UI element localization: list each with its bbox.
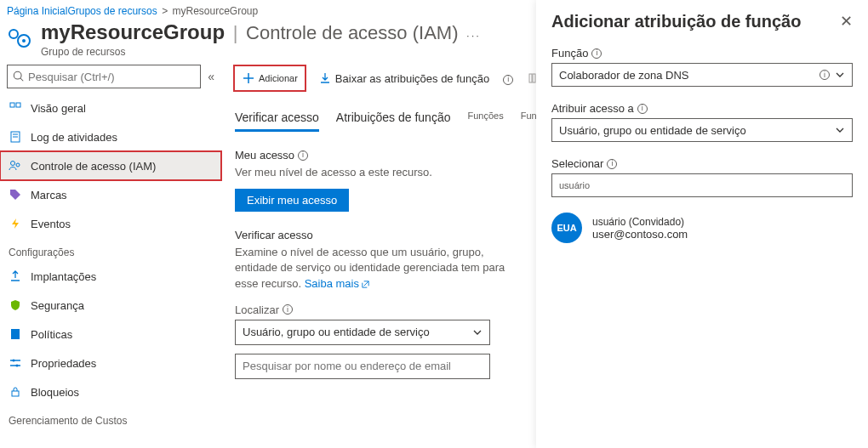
sidebar-item-label: Log de atividades [31, 131, 117, 144]
search-box[interactable] [7, 65, 201, 88]
sidebar-item-label: Bloqueios [31, 386, 79, 399]
info-icon: i [637, 104, 648, 114]
info-icon: i [298, 150, 308, 161]
sidebar-item-label: Implantações [31, 270, 96, 283]
panel-title: Adicionar atribuição de função [551, 12, 801, 31]
page-subtitle: Controle de acesso (IAM) [246, 22, 458, 43]
sidebar-section-cost: Gerenciamento de Custos [0, 406, 221, 430]
my-access-title: Meu acessoi [235, 149, 524, 162]
info-icon: i [819, 70, 830, 80]
search-icon [13, 71, 25, 82]
search-input[interactable] [28, 71, 195, 83]
user-result-row[interactable]: EUA usuário (Convidado) user@contoso.com [551, 213, 853, 243]
select-label: Selecionari [551, 157, 853, 170]
lock-icon [9, 385, 22, 399]
tab-role-assignments[interactable]: Atribuições de função [336, 105, 451, 132]
shield-icon [9, 298, 22, 312]
sidebar-item-security[interactable]: Segurança [0, 291, 221, 320]
svg-rect-6 [16, 103, 20, 107]
sidebar-item-label: Eventos [31, 218, 71, 230]
upload-icon [9, 269, 22, 283]
sidebar-item-iam[interactable]: Controle de acesso (IAM) [0, 151, 221, 180]
svg-point-10 [11, 162, 15, 166]
search-principal-input[interactable] [243, 360, 483, 372]
resource-group-icon [7, 24, 34, 51]
tab-check-access[interactable]: Verificar acesso [235, 105, 319, 132]
sidebar-item-deployments[interactable]: Implantações [0, 262, 221, 291]
my-access-desc: Ver meu nível de acesso a este recurso. [235, 165, 524, 180]
info-icon: i [607, 159, 617, 169]
search-principal-input-wrap[interactable] [235, 354, 490, 379]
tag-icon [9, 188, 22, 201]
sidebar-item-label: Controle de acesso (IAM) [31, 160, 156, 173]
sidebar-item-label: Políticas [31, 328, 72, 341]
chevron-down-icon [472, 327, 483, 337]
role-select-value: Colaborador de zona DNS [559, 69, 688, 82]
add-role-assignment-panel: Adicionar atribuição de função ✕ Funçãoi… [536, 0, 868, 448]
svg-rect-20 [529, 74, 532, 82]
sidebar-item-label: Visão geral [31, 102, 86, 115]
role-label: Funçãoi [551, 47, 853, 60]
select-input[interactable]: usuário [551, 173, 853, 197]
view-my-access-button[interactable]: Exibir meu acesso [235, 189, 349, 212]
resource-type-label: Grupo de recursos [41, 46, 481, 58]
svg-point-15 [13, 360, 15, 362]
svg-line-4 [20, 78, 24, 82]
sidebar-item-activity[interactable]: Log de atividades [0, 122, 221, 151]
check-access-section: Verificar acesso Examine o nível de aces… [235, 229, 524, 379]
sidebar-item-tags[interactable]: Marcas [0, 180, 221, 209]
svg-point-11 [16, 163, 20, 167]
sliders-icon [9, 356, 22, 370]
sidebar-item-label: Marcas [31, 189, 67, 201]
close-icon[interactable]: ✕ [840, 12, 853, 31]
sidebar-section-settings: Configurações [0, 238, 221, 262]
chevron-down-icon [835, 125, 845, 135]
assign-select[interactable]: Usuário, grupo ou entidade de serviço [551, 118, 853, 142]
more-icon[interactable]: ··· [466, 29, 481, 42]
svg-rect-12 [11, 329, 20, 339]
toolbar-add-label: Adicionar [259, 73, 298, 83]
sidebar-item-label: Segurança [31, 299, 84, 312]
learn-more-link[interactable]: Saiba mais [305, 277, 370, 290]
overview-icon [9, 101, 22, 115]
svg-rect-17 [12, 391, 19, 396]
sidebar-item-properties[interactable]: Propriedades [0, 349, 221, 377]
toolbar-download-label: Baixar as atribuições de função [335, 72, 489, 85]
user-email-label: user@contoso.com [592, 228, 688, 241]
add-button[interactable]: Adicionar [235, 66, 305, 90]
external-link-icon [361, 280, 370, 289]
find-select[interactable]: Usuário, grupo ou entidade de serviço [235, 320, 490, 345]
page-title: myResourceGroup [41, 20, 225, 43]
breadcrumb-current: myResourceGroup [172, 5, 258, 17]
sidebar-item-events[interactable]: Eventos [0, 209, 221, 238]
collapse-icon[interactable]: « [208, 70, 214, 83]
sidebar-item-locks[interactable]: Bloqueios [0, 377, 221, 406]
svg-point-2 [22, 39, 26, 43]
download-button[interactable]: Baixar as atribuições de função [313, 68, 494, 88]
check-access-title: Verificar acesso [235, 229, 524, 241]
avatar: EUA [551, 213, 582, 243]
find-select-value: Usuário, grupo ou entidade de serviço [243, 326, 430, 338]
assign-select-value: Usuário, grupo ou entidade de serviço [559, 124, 746, 137]
sidebar-item-overview[interactable]: Visão geral [0, 94, 221, 122]
chevron-down-icon [835, 70, 845, 80]
sidebar: « Visão geral Log de atividades Controle… [0, 61, 221, 448]
log-icon [9, 130, 22, 144]
bolt-icon [9, 217, 22, 230]
sidebar-item-policies[interactable]: Políticas [0, 320, 221, 349]
tab-roles[interactable]: Funções [467, 105, 503, 132]
svg-point-16 [16, 365, 19, 367]
plus-icon [242, 71, 255, 85]
people-icon [9, 159, 22, 173]
assign-label: Atribuir acesso ai [551, 102, 853, 115]
svg-point-0 [9, 30, 18, 38]
breadcrumb-groups[interactable]: Grupos de recursos [67, 5, 157, 17]
sidebar-item-label: Propriedades [31, 357, 96, 370]
user-name-label: usuário (Convidado) [592, 216, 688, 228]
download-icon [318, 71, 332, 85]
policy-icon [9, 327, 22, 341]
breadcrumb-home[interactable]: Página Inicial [7, 5, 67, 17]
svg-rect-5 [10, 103, 14, 107]
role-select[interactable]: Colaborador de zona DNS i [551, 63, 853, 87]
info-icon: i [283, 304, 293, 315]
